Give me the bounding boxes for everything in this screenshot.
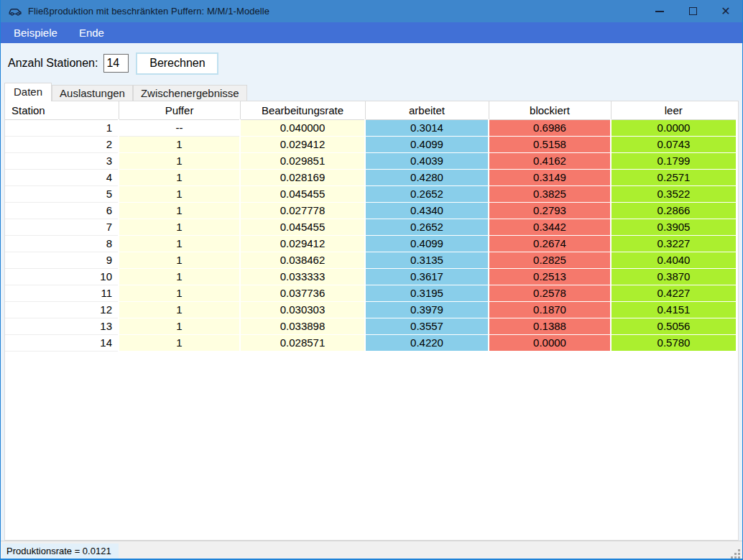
cell-station[interactable]: 11: [5, 285, 119, 301]
cell-puffer[interactable]: 1: [119, 136, 240, 152]
cell-leer[interactable]: 0.5780: [611, 334, 736, 351]
cell-blockiert[interactable]: 0.6986: [489, 119, 611, 136]
cell-rate[interactable]: 0.028169: [240, 169, 365, 185]
cell-puffer[interactable]: 1: [119, 219, 240, 235]
cell-leer[interactable]: 0.3522: [611, 185, 736, 202]
column-header-station[interactable]: Station: [5, 101, 119, 119]
cell-arbeitet[interactable]: 0.3979: [365, 301, 489, 318]
cell-arbeitet[interactable]: 0.4039: [365, 152, 489, 169]
tab-auslastungen[interactable]: Auslastungen: [52, 85, 133, 101]
cell-arbeitet[interactable]: 0.4340: [365, 202, 489, 219]
cell-rate[interactable]: 0.045455: [240, 219, 365, 235]
cell-blockiert[interactable]: 0.1870: [489, 301, 611, 318]
cell-arbeitet[interactable]: 0.4099: [365, 235, 489, 252]
cell-station[interactable]: 7: [5, 219, 119, 235]
close-button[interactable]: ✕: [709, 0, 742, 22]
cell-leer[interactable]: 0.0743: [611, 136, 736, 152]
cell-arbeitet[interactable]: 0.4099: [365, 136, 489, 152]
cell-blockiert[interactable]: 0.2793: [489, 202, 611, 219]
cell-rate[interactable]: 0.028571: [240, 334, 365, 351]
cell-puffer[interactable]: 1: [119, 318, 240, 334]
cell-puffer[interactable]: 1: [119, 268, 240, 285]
cell-blockiert[interactable]: 0.2513: [489, 268, 611, 285]
cell-station[interactable]: 14: [5, 334, 119, 351]
cell-puffer[interactable]: 1: [119, 202, 240, 219]
cell-rate[interactable]: 0.038462: [240, 252, 365, 268]
cell-blockiert[interactable]: 0.2825: [489, 252, 611, 268]
cell-arbeitet[interactable]: 0.3617: [365, 268, 489, 285]
minimize-button[interactable]: [643, 0, 676, 22]
cell-station[interactable]: 8: [5, 235, 119, 252]
cell-station[interactable]: 13: [5, 318, 119, 334]
cell-arbeitet[interactable]: 0.4220: [365, 334, 489, 351]
cell-station[interactable]: 2: [5, 136, 119, 152]
cell-blockiert[interactable]: 0.2578: [489, 285, 611, 301]
cell-leer[interactable]: 0.0000: [611, 119, 736, 136]
cell-leer[interactable]: 0.2571: [611, 169, 736, 185]
cell-leer[interactable]: 0.1799: [611, 152, 736, 169]
cell-puffer[interactable]: 1: [119, 235, 240, 252]
column-header-arbeitet[interactable]: arbeitet: [365, 101, 489, 119]
cell-station[interactable]: 9: [5, 252, 119, 268]
cell-rate[interactable]: 0.033898: [240, 318, 365, 334]
cell-rate[interactable]: 0.029412: [240, 136, 365, 152]
cell-puffer[interactable]: 1: [119, 285, 240, 301]
maximize-button[interactable]: [676, 0, 709, 22]
cell-arbeitet[interactable]: 0.3557: [365, 318, 489, 334]
cell-blockiert[interactable]: 0.3825: [489, 185, 611, 202]
stations-input[interactable]: [103, 54, 129, 73]
cell-puffer[interactable]: 1: [119, 334, 240, 351]
cell-puffer[interactable]: 1: [119, 185, 240, 202]
tab-zwischenergebnisse[interactable]: Zwischenergebnisse: [133, 85, 247, 101]
cell-leer[interactable]: 0.4151: [611, 301, 736, 318]
cell-blockiert[interactable]: 0.1388: [489, 318, 611, 334]
cell-puffer[interactable]: 1: [119, 169, 240, 185]
cell-leer[interactable]: 0.2866: [611, 202, 736, 219]
column-header-leer[interactable]: leer: [611, 101, 736, 119]
cell-blockiert[interactable]: 0.5158: [489, 136, 611, 152]
cell-puffer[interactable]: 1: [119, 301, 240, 318]
cell-station[interactable]: 6: [5, 202, 119, 219]
cell-station[interactable]: 1: [5, 119, 119, 136]
cell-puffer[interactable]: 1: [119, 252, 240, 268]
cell-rate[interactable]: 0.029851: [240, 152, 365, 169]
cell-blockiert[interactable]: 0.2674: [489, 235, 611, 252]
cell-arbeitet[interactable]: 0.2652: [365, 219, 489, 235]
column-header-blockiert[interactable]: blockiert: [489, 101, 611, 119]
cell-rate[interactable]: 0.037736: [240, 285, 365, 301]
cell-leer[interactable]: 0.5056: [611, 318, 736, 334]
cell-rate[interactable]: 0.033333: [240, 268, 365, 285]
cell-arbeitet[interactable]: 0.3195: [365, 285, 489, 301]
cell-leer[interactable]: 0.3227: [611, 235, 736, 252]
cell-rate[interactable]: 0.029412: [240, 235, 365, 252]
cell-arbeitet[interactable]: 0.3014: [365, 119, 489, 136]
cell-leer[interactable]: 0.4040: [611, 252, 736, 268]
cell-puffer[interactable]: --: [119, 119, 240, 136]
compute-button[interactable]: Berechnen: [136, 52, 218, 75]
resize-grip-icon[interactable]: [730, 548, 740, 559]
menu-item-beispiele[interactable]: Beispiele: [5, 24, 66, 42]
column-header-rate[interactable]: Bearbeitungsrate: [240, 101, 365, 119]
cell-station[interactable]: 5: [5, 185, 119, 202]
cell-station[interactable]: 4: [5, 169, 119, 185]
cell-leer[interactable]: 0.4227: [611, 285, 736, 301]
cell-rate[interactable]: 0.027778: [240, 202, 365, 219]
cell-station[interactable]: 12: [5, 301, 119, 318]
cell-blockiert[interactable]: 0.4162: [489, 152, 611, 169]
cell-arbeitet[interactable]: 0.4280: [365, 169, 489, 185]
cell-station[interactable]: 3: [5, 152, 119, 169]
cell-leer[interactable]: 0.3870: [611, 268, 736, 285]
cell-blockiert[interactable]: 0.0000: [489, 334, 611, 351]
column-header-puffer[interactable]: Puffer: [119, 101, 240, 119]
tab-daten[interactable]: Daten: [4, 83, 52, 101]
cell-blockiert[interactable]: 0.3442: [489, 219, 611, 235]
menu-item-ende[interactable]: Ende: [70, 24, 113, 42]
cell-arbeitet[interactable]: 0.3135: [365, 252, 489, 268]
cell-blockiert[interactable]: 0.3149: [489, 169, 611, 185]
cell-arbeitet[interactable]: 0.2652: [365, 185, 489, 202]
cell-rate[interactable]: 0.040000: [240, 119, 365, 136]
cell-leer[interactable]: 0.3905: [611, 219, 736, 235]
cell-rate[interactable]: 0.045455: [240, 185, 365, 202]
cell-rate[interactable]: 0.030303: [240, 301, 365, 318]
cell-puffer[interactable]: 1: [119, 152, 240, 169]
